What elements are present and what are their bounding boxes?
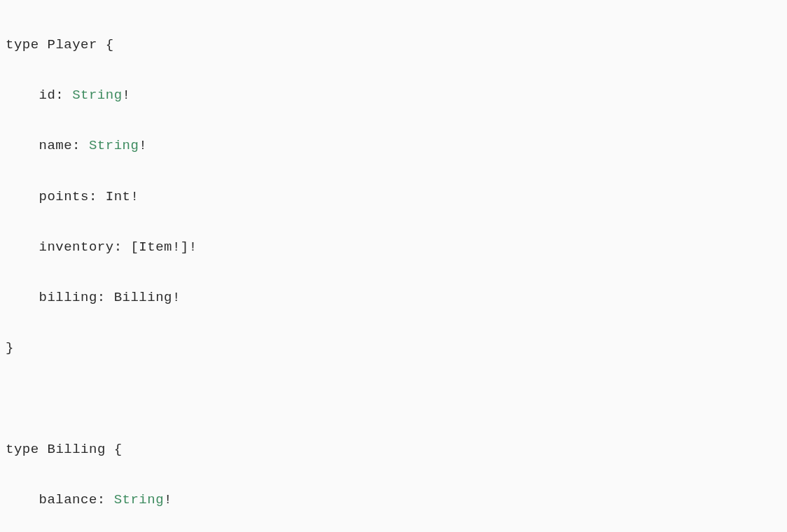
field-name: name <box>39 138 73 153</box>
field-type: Billing <box>114 290 172 305</box>
brace-close: } <box>6 340 14 356</box>
keyword-type: type <box>6 37 39 52</box>
field-name: id <box>39 88 56 103</box>
field-name: balance <box>39 492 97 507</box>
colon: : <box>72 138 81 153</box>
brace-open: { <box>106 37 114 52</box>
field-billing-balance: balance: String! <box>6 487 781 512</box>
type-player-open: type Player { <box>6 32 781 57</box>
colon: : <box>89 189 97 204</box>
colon: : <box>114 239 123 255</box>
brace-open: { <box>114 442 123 457</box>
nonnull: ! <box>139 138 147 153</box>
keyword-type: type <box>6 442 39 457</box>
nonnull: ! <box>130 189 139 204</box>
field-player-inventory: inventory: [Item!]! <box>6 234 781 260</box>
field-name: inventory <box>39 239 114 255</box>
type-name-player: Player <box>48 37 97 52</box>
colon: : <box>97 492 106 507</box>
field-type: String <box>114 492 164 507</box>
field-player-points: points: Int! <box>6 184 781 209</box>
field-name: points <box>39 189 89 204</box>
colon: : <box>55 88 64 103</box>
field-type: [Item!] <box>130 239 188 255</box>
field-type: String <box>89 138 139 153</box>
blank-line <box>6 386 781 411</box>
type-billing-open: type Billing { <box>6 437 781 462</box>
field-player-billing: billing: Billing! <box>6 285 781 310</box>
nonnull: ! <box>123 88 131 103</box>
type-player-close: } <box>6 335 781 360</box>
field-type: Int <box>106 189 131 204</box>
field-name: billing <box>39 290 97 305</box>
colon: : <box>97 290 106 305</box>
nonnull: ! <box>189 239 197 255</box>
type-name-billing: Billing <box>48 442 106 457</box>
field-type: String <box>72 88 122 103</box>
field-player-name: name: String! <box>6 133 781 158</box>
nonnull: ! <box>172 290 181 305</box>
nonnull: ! <box>164 492 172 507</box>
field-player-id: id: String! <box>6 83 781 108</box>
code-block: type Player { id: String! name: String! … <box>6 7 781 532</box>
